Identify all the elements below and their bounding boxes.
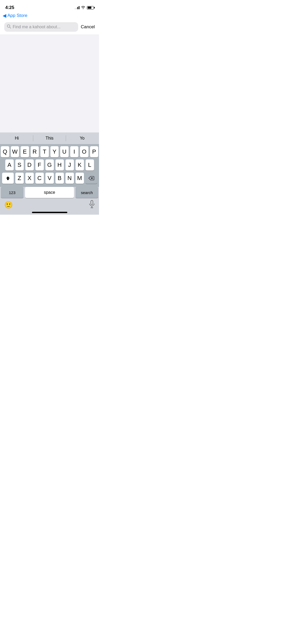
key-F[interactable]: F	[35, 159, 44, 171]
search-magnifier-icon	[7, 24, 11, 30]
battery-icon	[87, 6, 94, 10]
key-row-3: Z X C V B N M	[1, 173, 98, 184]
key-I[interactable]: I	[70, 146, 79, 157]
svg-line-1	[10, 27, 11, 29]
content-area	[0, 34, 99, 133]
key-rows: Q W E R T Y U I O P A S D F G H J K L	[0, 144, 99, 187]
search-button[interactable]: search	[76, 187, 98, 198]
predictive-bar: Hi This Yo	[0, 132, 99, 144]
key-W[interactable]: W	[11, 146, 19, 157]
key-Z[interactable]: Z	[15, 173, 24, 184]
status-bar: 4:25	[0, 0, 99, 12]
status-icons	[75, 6, 94, 10]
numbers-button[interactable]: 123	[1, 187, 23, 198]
keyboard: Hi This Yo Q W E R T Y U I O P A S D F G…	[0, 132, 99, 215]
key-Q[interactable]: Q	[1, 146, 9, 157]
mic-button[interactable]	[89, 200, 95, 210]
search-input-wrapper[interactable]	[4, 22, 78, 32]
predictive-item-0[interactable]: Hi	[1, 132, 33, 144]
key-D[interactable]: D	[25, 159, 34, 171]
key-E[interactable]: E	[21, 146, 29, 157]
key-H[interactable]: H	[55, 159, 64, 171]
space-button[interactable]: space	[25, 187, 74, 198]
key-S[interactable]: S	[15, 159, 24, 171]
key-M[interactable]: M	[76, 173, 84, 184]
back-arrow-icon: ◀	[3, 13, 6, 19]
cancel-button[interactable]: Cancel	[81, 24, 95, 30]
status-time: 4:25	[5, 5, 14, 10]
key-B[interactable]: B	[55, 173, 64, 184]
emoji-mic-row: 🙂	[0, 199, 99, 212]
key-V[interactable]: V	[45, 173, 54, 184]
signal-icon	[75, 6, 79, 9]
key-N[interactable]: N	[65, 173, 74, 184]
key-L[interactable]: L	[86, 159, 94, 171]
key-T[interactable]: T	[40, 146, 49, 157]
key-K[interactable]: K	[76, 159, 84, 171]
predictive-item-2[interactable]: Yo	[66, 132, 98, 144]
emoji-button[interactable]: 🙂	[4, 201, 13, 209]
home-bar	[32, 212, 67, 213]
search-bar-row: Cancel	[0, 21, 99, 34]
key-J[interactable]: J	[65, 159, 74, 171]
back-label: App Store	[7, 13, 27, 18]
key-Y[interactable]: Y	[50, 146, 59, 157]
search-input[interactable]	[13, 25, 76, 29]
svg-rect-4	[91, 200, 93, 205]
bottom-key-row: 123 space search	[0, 187, 99, 198]
key-U[interactable]: U	[60, 146, 69, 157]
key-row-1: Q W E R T Y U I O P	[1, 146, 98, 157]
key-row-2: A S D F G H J K L	[1, 159, 98, 171]
key-G[interactable]: G	[45, 159, 54, 171]
home-indicator	[0, 212, 99, 215]
wifi-icon	[81, 6, 85, 10]
key-C[interactable]: C	[35, 173, 44, 184]
predictive-item-1[interactable]: This	[33, 132, 66, 144]
backspace-button[interactable]	[86, 173, 97, 184]
back-row[interactable]: ◀ App Store	[0, 12, 99, 21]
key-R[interactable]: R	[31, 146, 39, 157]
key-X[interactable]: X	[25, 173, 34, 184]
key-A[interactable]: A	[5, 159, 14, 171]
shift-button[interactable]	[2, 173, 14, 184]
key-P[interactable]: P	[90, 146, 98, 157]
key-O[interactable]: O	[80, 146, 88, 157]
